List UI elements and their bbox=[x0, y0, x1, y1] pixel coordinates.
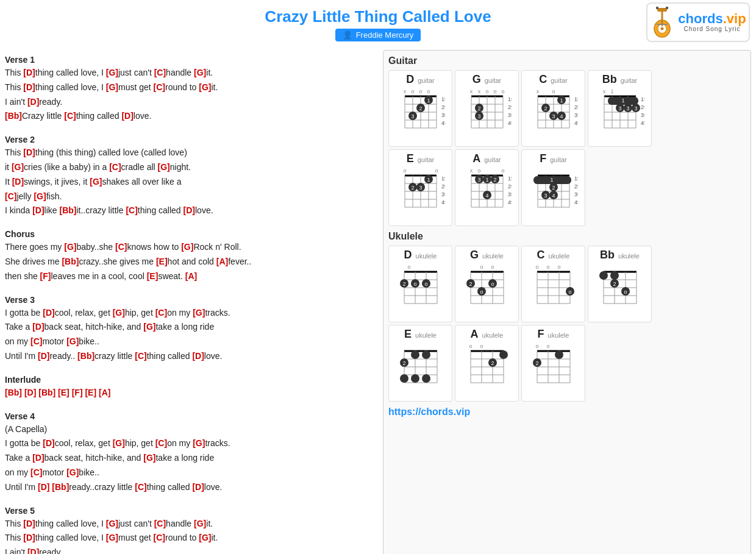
chord[interactable]: [D] bbox=[12, 177, 24, 186]
chord[interactable]: [C] bbox=[30, 336, 42, 346]
chord[interactable]: [G] bbox=[199, 533, 211, 542]
chord[interactable]: [D] bbox=[38, 351, 49, 361]
svg-text:o: o bbox=[535, 343, 538, 349]
chord[interactable]: [Bb] bbox=[62, 257, 79, 266]
svg-point-303 bbox=[555, 350, 563, 359]
lyric-line: on my [C]motor [G]bike.. bbox=[5, 335, 377, 349]
chord[interactable]: [E] bbox=[147, 271, 159, 281]
chord[interactable]: [D] bbox=[27, 547, 39, 554]
chord[interactable]: [D] bbox=[32, 453, 44, 463]
chord[interactable]: [C] bbox=[135, 351, 146, 361]
chord[interactable]: [C] bbox=[155, 438, 167, 448]
chord[interactable]: [G] bbox=[181, 242, 193, 252]
chord[interactable]: [Bb] bbox=[5, 111, 22, 121]
chord[interactable]: [D] bbox=[23, 82, 35, 92]
chord[interactable]: [D] bbox=[23, 519, 35, 528]
chord[interactable]: [F] bbox=[72, 388, 83, 397]
ukulele-row-1: D ukulele o bbox=[388, 246, 746, 322]
chord[interactable]: [Bb] bbox=[52, 482, 69, 492]
chord[interactable]: [G] bbox=[66, 336, 79, 346]
chord[interactable]: [G] bbox=[90, 177, 102, 186]
chord[interactable]: [E] bbox=[85, 388, 96, 397]
chord[interactable]: [Bb] bbox=[38, 388, 55, 397]
chord[interactable]: [G] bbox=[193, 438, 205, 448]
svg-text:1: 1 bbox=[560, 98, 563, 104]
chord[interactable]: [G] bbox=[113, 438, 125, 448]
chord[interactable]: [G] bbox=[34, 191, 46, 201]
guitar-row-1: D guitar x o o o bbox=[388, 70, 746, 147]
chord[interactable]: [D] bbox=[32, 205, 44, 215]
chord[interactable]: [A] bbox=[216, 257, 228, 266]
author-badge[interactable]: 👤 Freddie Mercury bbox=[335, 29, 421, 41]
chord[interactable]: [G] bbox=[143, 453, 155, 463]
svg-point-264 bbox=[422, 350, 430, 359]
chord[interactable]: [G] bbox=[64, 242, 76, 252]
chord[interactable]: [G] bbox=[106, 82, 118, 92]
chord[interactable]: [C] bbox=[64, 111, 76, 121]
svg-text:4: 4 bbox=[552, 193, 555, 199]
svg-text:3fr: 3fr bbox=[441, 112, 445, 118]
chord[interactable]: [D] bbox=[43, 308, 54, 318]
chords-panel-link[interactable]: https://chords.vip bbox=[388, 407, 746, 417]
chord[interactable]: [Bb] bbox=[5, 388, 22, 397]
chord[interactable]: [D] bbox=[27, 97, 39, 107]
chord[interactable]: [D] bbox=[24, 388, 36, 397]
chord[interactable]: [G] bbox=[199, 82, 211, 92]
ukulele-section-title: Ukulele bbox=[388, 231, 746, 242]
chord[interactable]: [G] bbox=[106, 68, 118, 77]
chord[interactable]: [D] bbox=[38, 482, 49, 492]
chord[interactable]: [D] bbox=[121, 111, 133, 121]
chord[interactable]: [E] bbox=[156, 257, 168, 266]
chord[interactable]: [C] bbox=[115, 242, 127, 252]
chord[interactable]: [A] bbox=[185, 271, 197, 281]
svg-text:2: 2 bbox=[613, 281, 616, 287]
chord[interactable]: [G] bbox=[194, 68, 206, 77]
chord[interactable]: [C] bbox=[30, 467, 42, 477]
chord[interactable]: [D] bbox=[23, 533, 35, 542]
chord[interactable]: [C] bbox=[154, 533, 165, 542]
chord[interactable]: [G] bbox=[113, 308, 125, 318]
chord[interactable]: [Bb] bbox=[59, 205, 76, 215]
svg-text:2fr: 2fr bbox=[508, 104, 512, 110]
chord-diagram-D-guitar: D guitar x o o o bbox=[388, 70, 452, 147]
chord-diagram-G-guitar: G guitar x x o o o bbox=[455, 70, 519, 147]
chord[interactable]: [Bb] bbox=[77, 351, 94, 361]
chord[interactable]: [D] bbox=[32, 322, 44, 332]
svg-text:o: o bbox=[480, 289, 483, 295]
chord[interactable]: [F] bbox=[40, 271, 51, 281]
chord[interactable]: [G] bbox=[194, 519, 206, 528]
chord[interactable]: [D] bbox=[23, 147, 35, 157]
chord[interactable]: [D] bbox=[192, 482, 204, 492]
chord[interactable]: [A] bbox=[99, 388, 110, 397]
svg-point-6 bbox=[661, 27, 664, 30]
chord[interactable]: [C] bbox=[154, 82, 165, 92]
chord[interactable]: [C] bbox=[135, 482, 146, 492]
chord[interactable]: [G] bbox=[158, 162, 170, 172]
chord[interactable]: [G] bbox=[193, 308, 205, 318]
chord[interactable]: [E] bbox=[58, 388, 70, 397]
chord[interactable]: [G] bbox=[106, 519, 118, 528]
chord[interactable]: [D] bbox=[23, 68, 35, 77]
chord[interactable]: [C] bbox=[154, 68, 166, 77]
chord[interactable]: [G] bbox=[106, 533, 118, 542]
chord[interactable]: [C] bbox=[154, 519, 166, 528]
svg-text:o: o bbox=[407, 264, 410, 270]
chord[interactable]: [D] bbox=[184, 205, 195, 215]
chord[interactable]: [D] bbox=[43, 438, 54, 448]
chord[interactable]: [D] bbox=[192, 351, 204, 361]
logo-area[interactable]: chords.vip Chord Song Lyric bbox=[646, 2, 750, 42]
chord[interactable]: [C] bbox=[5, 191, 16, 201]
chord[interactable]: [G] bbox=[66, 467, 79, 477]
svg-text:3fr: 3fr bbox=[574, 191, 578, 197]
svg-text:o: o bbox=[568, 289, 571, 295]
chord-name: A bbox=[471, 328, 479, 341]
chord[interactable]: [C] bbox=[126, 205, 137, 215]
chord[interactable]: [C] bbox=[155, 308, 167, 318]
chord[interactable]: [G] bbox=[143, 322, 155, 332]
svg-text:o: o bbox=[546, 264, 549, 270]
chord-svg: o o 1fr 2fr 3fr 4fr bbox=[466, 263, 508, 321]
svg-text:3: 3 bbox=[552, 113, 555, 119]
svg-text:2: 2 bbox=[402, 281, 405, 287]
chord[interactable]: [G] bbox=[12, 162, 24, 172]
chord[interactable]: [C] bbox=[109, 162, 121, 172]
